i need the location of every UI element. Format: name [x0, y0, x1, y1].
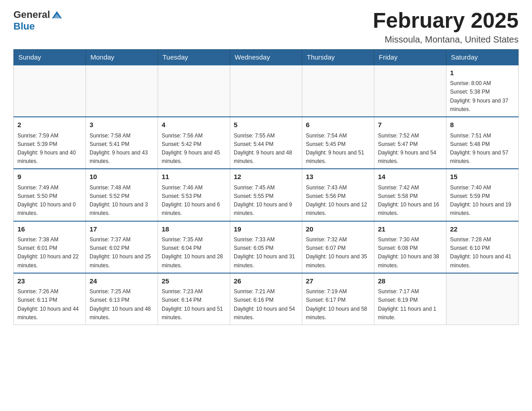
day-number: 6	[306, 120, 370, 130]
calendar-cell	[374, 65, 446, 117]
week-row-3: 9Sunrise: 7:49 AM Sunset: 5:50 PM Daylig…	[14, 169, 519, 221]
day-info: Sunrise: 7:59 AM Sunset: 5:39 PM Dayligh…	[17, 132, 82, 166]
day-header-wednesday: Wednesday	[230, 49, 302, 65]
day-info: Sunrise: 7:21 AM Sunset: 6:16 PM Dayligh…	[234, 287, 298, 322]
calendar-header-row: SundayMondayTuesdayWednesdayThursdayFrid…	[14, 49, 519, 65]
day-number: 1	[450, 68, 515, 78]
day-info: Sunrise: 8:00 AM Sunset: 5:38 PM Dayligh…	[450, 79, 515, 114]
day-number: 26	[234, 276, 298, 287]
calendar-cell: 1Sunrise: 8:00 AM Sunset: 5:38 PM Daylig…	[446, 65, 519, 117]
logo-blue: Blue	[13, 21, 35, 32]
calendar-cell: 21Sunrise: 7:30 AM Sunset: 6:08 PM Dayli…	[374, 221, 446, 273]
day-number: 23	[17, 276, 82, 287]
page-header: General Blue February 2025 Missoula, Mon…	[13, 9, 519, 45]
week-row-5: 23Sunrise: 7:26 AM Sunset: 6:11 PM Dayli…	[14, 273, 519, 325]
calendar-cell: 17Sunrise: 7:37 AM Sunset: 6:02 PM Dayli…	[86, 221, 158, 273]
day-number: 21	[378, 224, 442, 235]
title-area: February 2025 Missoula, Montana, United …	[373, 9, 519, 45]
day-number: 19	[234, 224, 298, 235]
day-info: Sunrise: 7:51 AM Sunset: 5:48 PM Dayligh…	[450, 132, 515, 166]
day-info: Sunrise: 7:35 AM Sunset: 6:04 PM Dayligh…	[162, 235, 226, 270]
calendar-cell: 8Sunrise: 7:51 AM Sunset: 5:48 PM Daylig…	[446, 117, 519, 169]
day-number: 15	[450, 172, 515, 182]
calendar-cell: 16Sunrise: 7:38 AM Sunset: 6:01 PM Dayli…	[14, 221, 86, 273]
day-number: 20	[306, 224, 370, 235]
day-info: Sunrise: 7:45 AM Sunset: 5:55 PM Dayligh…	[234, 184, 298, 218]
logo-triangle-icon	[52, 10, 62, 19]
calendar-cell: 5Sunrise: 7:55 AM Sunset: 5:44 PM Daylig…	[230, 117, 302, 169]
calendar-cell: 26Sunrise: 7:21 AM Sunset: 6:16 PM Dayli…	[230, 273, 302, 325]
week-row-1: 1Sunrise: 8:00 AM Sunset: 5:38 PM Daylig…	[14, 65, 519, 117]
day-number: 12	[234, 172, 298, 182]
day-info: Sunrise: 7:58 AM Sunset: 5:41 PM Dayligh…	[90, 132, 154, 166]
calendar-cell: 24Sunrise: 7:25 AM Sunset: 6:13 PM Dayli…	[86, 273, 158, 325]
calendar-cell: 18Sunrise: 7:35 AM Sunset: 6:04 PM Dayli…	[158, 221, 230, 273]
day-number: 8	[450, 120, 515, 130]
day-info: Sunrise: 7:40 AM Sunset: 5:59 PM Dayligh…	[450, 184, 515, 218]
day-info: Sunrise: 7:46 AM Sunset: 5:53 PM Dayligh…	[162, 184, 226, 218]
day-info: Sunrise: 7:25 AM Sunset: 6:13 PM Dayligh…	[90, 287, 154, 322]
calendar-cell	[446, 273, 519, 325]
day-header-sunday: Sunday	[14, 49, 86, 65]
day-info: Sunrise: 7:55 AM Sunset: 5:44 PM Dayligh…	[234, 132, 298, 166]
week-row-4: 16Sunrise: 7:38 AM Sunset: 6:01 PM Dayli…	[14, 221, 519, 273]
day-number: 7	[378, 120, 442, 130]
day-info: Sunrise: 7:54 AM Sunset: 5:45 PM Dayligh…	[306, 132, 370, 166]
calendar-cell: 13Sunrise: 7:43 AM Sunset: 5:56 PM Dayli…	[302, 169, 374, 221]
calendar-cell	[302, 65, 374, 117]
day-header-tuesday: Tuesday	[158, 49, 230, 65]
calendar-cell	[158, 65, 230, 117]
day-info: Sunrise: 7:43 AM Sunset: 5:56 PM Dayligh…	[306, 184, 370, 218]
calendar-cell: 7Sunrise: 7:52 AM Sunset: 5:47 PM Daylig…	[374, 117, 446, 169]
day-number: 9	[17, 172, 82, 182]
day-number: 11	[162, 172, 226, 182]
day-info: Sunrise: 7:19 AM Sunset: 6:17 PM Dayligh…	[306, 287, 370, 322]
calendar-cell: 9Sunrise: 7:49 AM Sunset: 5:50 PM Daylig…	[14, 169, 86, 221]
day-number: 18	[162, 224, 226, 235]
day-header-friday: Friday	[374, 49, 446, 65]
week-row-2: 2Sunrise: 7:59 AM Sunset: 5:39 PM Daylig…	[14, 117, 519, 169]
day-number: 27	[306, 276, 370, 287]
calendar-cell: 12Sunrise: 7:45 AM Sunset: 5:55 PM Dayli…	[230, 169, 302, 221]
logo-general: General	[13, 9, 50, 21]
month-title: February 2025	[373, 9, 519, 33]
day-info: Sunrise: 7:32 AM Sunset: 6:07 PM Dayligh…	[306, 235, 370, 270]
day-number: 14	[378, 172, 442, 182]
location: Missoula, Montana, United States	[373, 34, 519, 45]
calendar-cell: 10Sunrise: 7:48 AM Sunset: 5:52 PM Dayli…	[86, 169, 158, 221]
calendar-cell: 20Sunrise: 7:32 AM Sunset: 6:07 PM Dayli…	[302, 221, 374, 273]
calendar-cell: 2Sunrise: 7:59 AM Sunset: 5:39 PM Daylig…	[14, 117, 86, 169]
day-number: 4	[162, 120, 226, 130]
day-info: Sunrise: 7:48 AM Sunset: 5:52 PM Dayligh…	[90, 184, 154, 218]
day-number: 3	[90, 120, 154, 130]
calendar-cell: 23Sunrise: 7:26 AM Sunset: 6:11 PM Dayli…	[14, 273, 86, 325]
day-number: 16	[17, 224, 82, 235]
day-info: Sunrise: 7:23 AM Sunset: 6:14 PM Dayligh…	[162, 287, 226, 322]
day-info: Sunrise: 7:37 AM Sunset: 6:02 PM Dayligh…	[90, 235, 154, 270]
calendar-cell	[86, 65, 158, 117]
calendar-cell: 27Sunrise: 7:19 AM Sunset: 6:17 PM Dayli…	[302, 273, 374, 325]
calendar-cell	[14, 65, 86, 117]
day-info: Sunrise: 7:28 AM Sunset: 6:10 PM Dayligh…	[450, 235, 515, 270]
day-number: 10	[90, 172, 154, 182]
day-info: Sunrise: 7:30 AM Sunset: 6:08 PM Dayligh…	[378, 235, 442, 270]
day-info: Sunrise: 7:49 AM Sunset: 5:50 PM Dayligh…	[17, 184, 82, 218]
calendar-table: SundayMondayTuesdayWednesdayThursdayFrid…	[13, 49, 519, 325]
day-header-monday: Monday	[86, 49, 158, 65]
day-number: 24	[90, 276, 154, 287]
calendar-cell	[230, 65, 302, 117]
day-number: 25	[162, 276, 226, 287]
day-number: 17	[90, 224, 154, 235]
calendar-cell: 15Sunrise: 7:40 AM Sunset: 5:59 PM Dayli…	[446, 169, 519, 221]
day-header-thursday: Thursday	[302, 49, 374, 65]
calendar-cell: 3Sunrise: 7:58 AM Sunset: 5:41 PM Daylig…	[86, 117, 158, 169]
day-info: Sunrise: 7:52 AM Sunset: 5:47 PM Dayligh…	[378, 132, 442, 166]
calendar-cell: 25Sunrise: 7:23 AM Sunset: 6:14 PM Dayli…	[158, 273, 230, 325]
calendar-cell: 4Sunrise: 7:56 AM Sunset: 5:42 PM Daylig…	[158, 117, 230, 169]
calendar-cell: 28Sunrise: 7:17 AM Sunset: 6:19 PM Dayli…	[374, 273, 446, 325]
day-info: Sunrise: 7:26 AM Sunset: 6:11 PM Dayligh…	[17, 287, 82, 322]
logo: General Blue	[13, 9, 62, 32]
day-info: Sunrise: 7:42 AM Sunset: 5:58 PM Dayligh…	[378, 184, 442, 218]
calendar-cell: 19Sunrise: 7:33 AM Sunset: 6:05 PM Dayli…	[230, 221, 302, 273]
day-number: 2	[17, 120, 82, 130]
